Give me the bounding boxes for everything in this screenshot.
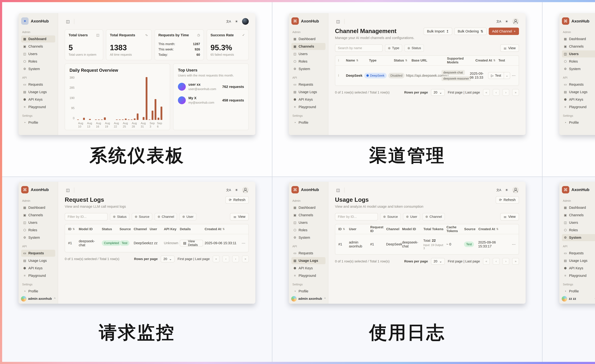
sidebar-item-users[interactable]: ◫Users: [562, 219, 595, 226]
sidebar-item-playground[interactable]: ⌗Playground: [562, 272, 595, 279]
sidebar-item-profile[interactable]: ◔Profile: [562, 288, 595, 295]
sidebar-item-profile[interactable]: ◔Profile: [562, 119, 595, 126]
row-checkbox[interactable]: [338, 74, 339, 77]
view-button[interactable]: ⚌View: [230, 213, 249, 220]
rows-per-page-select[interactable]: 20⌄: [431, 89, 445, 96]
sidebar-item-dashboard[interactable]: ▦Dashboard: [291, 35, 326, 42]
column-header[interactable]: Created At⇅: [478, 227, 500, 231]
bulk-import-button[interactable]: Bulk Import↥: [424, 28, 452, 35]
sidebar-item-dashboard[interactable]: ▦Dashboard: [291, 204, 326, 211]
filter-chip-source[interactable]: ⊕Source: [380, 213, 401, 220]
column-header[interactable]: Model ID: [79, 227, 102, 231]
filter-chip-user[interactable]: ⊕User: [179, 213, 196, 220]
language-icon[interactable]: 文A: [496, 188, 501, 192]
sidebar-item-users[interactable]: ◫Users: [291, 50, 326, 57]
sidebar-item-usage-logs[interactable]: ▤Usage Logs: [291, 89, 326, 96]
sidebar-user-chip[interactable]: admin axonhub^: [21, 296, 56, 301]
sidebar-item-profile[interactable]: ◔Profile: [21, 119, 55, 126]
sidebar-item-playground[interactable]: ⌗Playground: [21, 104, 55, 111]
sidebar-item-users[interactable]: ◫Users: [21, 50, 55, 57]
sidebar-item-system[interactable]: ⚙System: [21, 65, 55, 72]
sidebar-item-system[interactable]: ⚙System: [291, 65, 326, 72]
sidebar-toggle-icon[interactable]: ◫: [335, 18, 341, 25]
column-header[interactable]: Request ID: [370, 225, 386, 233]
sidebar-item-requests[interactable]: ▭Requests: [21, 81, 55, 88]
rows-per-page-select[interactable]: 20⌄: [161, 256, 174, 262]
column-header[interactable]: ID⇅: [338, 227, 349, 231]
column-header[interactable]: Name⇅: [346, 58, 369, 62]
sidebar-item-dashboard[interactable]: ▦Dashboard: [21, 35, 55, 42]
row-menu-icon[interactable]: ⋯: [512, 73, 516, 78]
refresh-button[interactable]: ⟳Refresh: [226, 196, 249, 204]
filter-chip-status[interactable]: ⊕Status: [404, 44, 424, 52]
sidebar-item-system[interactable]: ⚙System: [562, 234, 595, 241]
user-avatar[interactable]: [242, 187, 249, 193]
row-menu-icon[interactable]: ⋯: [241, 241, 245, 245]
sidebar-item-roles[interactable]: ⬡Roles: [291, 227, 326, 234]
column-header[interactable]: Type: [369, 58, 394, 62]
sidebar-item-dashboard[interactable]: ▦Dashboard: [21, 204, 55, 211]
sidebar-item-roles[interactable]: ⬡Roles: [291, 58, 326, 65]
prev-page-button[interactable]: ‹: [493, 258, 499, 265]
user-avatar[interactable]: [242, 18, 249, 25]
column-header[interactable]: Test: [498, 58, 507, 62]
first-page-button[interactable]: «: [483, 89, 490, 96]
table-row[interactable]: #1 admin axonhub #1 DeepSeek deepseek-ch…: [335, 234, 519, 254]
column-header[interactable]: Model ID: [402, 227, 423, 231]
sidebar-item-usage-logs[interactable]: ▤Usage Logs: [21, 89, 55, 96]
sidebar-item-api-keys[interactable]: ⬢API Keys: [21, 96, 55, 103]
sidebar-item-api-keys[interactable]: ⬢API Keys: [291, 96, 326, 103]
sidebar-item-playground[interactable]: ⌗Playground: [291, 272, 326, 279]
filter-chip-source[interactable]: ⊕Source: [132, 213, 152, 220]
filter-chip-channel[interactable]: ⊕Channel: [422, 213, 445, 220]
user-avatar[interactable]: [512, 18, 519, 25]
view-button[interactable]: ⚌View: [500, 44, 519, 52]
sidebar-user-chip[interactable]: zz zz^: [562, 296, 595, 301]
filter-chip-status[interactable]: ⊕Status: [110, 213, 129, 220]
column-header[interactable]: API Key: [164, 227, 180, 231]
last-page-button[interactable]: »: [512, 89, 519, 96]
column-header[interactable]: User: [349, 227, 370, 231]
column-header[interactable]: Cache Tokens: [446, 225, 464, 233]
sidebar-item-channels[interactable]: ▣Channels: [562, 212, 595, 219]
sidebar-item-roles[interactable]: ⬡Roles: [562, 58, 595, 65]
sidebar-item-api-keys[interactable]: ⬢API Keys: [562, 96, 595, 103]
sidebar-item-users[interactable]: ◫Users: [291, 219, 326, 226]
next-page-button[interactable]: ›: [503, 89, 509, 96]
sidebar-item-roles[interactable]: ⬡Roles: [562, 227, 595, 234]
column-header[interactable]: Supported Models: [447, 57, 475, 64]
theme-toggle-icon[interactable]: ☀: [505, 19, 508, 24]
sidebar-item-system[interactable]: ⚙System: [21, 234, 55, 241]
sidebar-item-usage-logs[interactable]: ▤Usage Logs: [562, 257, 595, 264]
theme-toggle-icon[interactable]: ☀: [505, 188, 508, 192]
next-page-button[interactable]: ›: [503, 258, 509, 265]
sidebar-item-requests[interactable]: ▭Requests: [291, 250, 326, 257]
sidebar-item-users[interactable]: ◫Users: [562, 50, 595, 57]
sidebar-item-playground[interactable]: ⌗Playground: [291, 104, 326, 111]
view-button[interactable]: ⚌View: [500, 213, 519, 220]
sidebar-item-channels[interactable]: ▣Channels: [562, 43, 595, 50]
table-row[interactable]: #1 deepseek-chat Completed Test DeepSeek…: [65, 234, 248, 252]
column-header[interactable]: Source: [120, 227, 134, 231]
user-avatar[interactable]: [512, 187, 519, 193]
sidebar-item-users[interactable]: ◫Users: [21, 219, 55, 226]
sidebar-item-roles[interactable]: ⬡Roles: [21, 58, 55, 65]
sidebar-item-system[interactable]: ⚙System: [562, 65, 595, 72]
language-icon[interactable]: 文A: [496, 19, 501, 24]
sidebar-item-usage-logs[interactable]: ▤Usage Logs: [291, 257, 326, 264]
next-page-button[interactable]: ›: [232, 256, 239, 262]
language-icon[interactable]: 文A: [226, 19, 231, 24]
sidebar-item-profile[interactable]: ◔Profile: [21, 288, 55, 295]
sidebar-item-usage-logs[interactable]: ▤Usage Logs: [562, 89, 595, 96]
sidebar-toggle-icon[interactable]: ◫: [65, 18, 71, 25]
sidebar-item-system[interactable]: ⚙System: [291, 234, 326, 241]
first-page-button[interactable]: «: [483, 258, 490, 265]
row-menu-icon[interactable]: ⋯: [512, 242, 516, 247]
prev-page-button[interactable]: ‹: [223, 256, 229, 262]
test-dropdown[interactable]: ⌄: [504, 72, 510, 79]
sidebar-item-requests[interactable]: ▭Requests: [291, 81, 326, 88]
view-details-button[interactable]: ▤View Details: [180, 240, 205, 246]
column-header[interactable]: Base URL: [411, 58, 447, 62]
select-all-checkbox[interactable]: [338, 59, 339, 62]
add-channel-button[interactable]: Add Channel+: [489, 28, 519, 35]
